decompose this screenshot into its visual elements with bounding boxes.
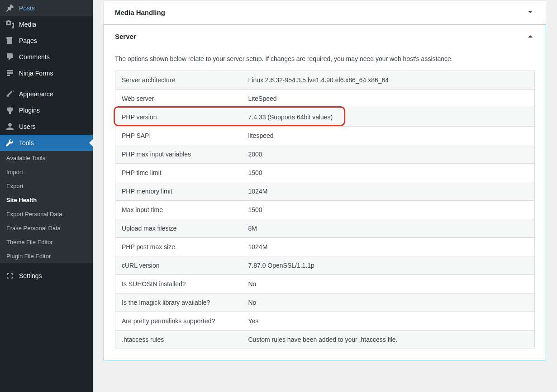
table-row: .htaccess rulesCustom rules have been ad… xyxy=(115,331,535,349)
info-value: 1024M xyxy=(242,238,535,256)
table-row: Is the Imagick library available?No xyxy=(115,293,535,312)
panel-title: Media Handling xyxy=(115,9,165,16)
info-value: Custom rules have been added to your .ht… xyxy=(242,331,535,349)
table-row: Is SUHOSIN installed?No xyxy=(115,275,535,293)
table-row: Max input time1500 xyxy=(115,201,535,219)
sidebar-item-settings[interactable]: Settings xyxy=(0,268,93,284)
pages-icon xyxy=(5,36,14,45)
table-row: PHP max input variables2000 xyxy=(115,145,535,164)
sidebar-item-pages[interactable]: Pages xyxy=(0,33,93,49)
sidebar-item-label: Pages xyxy=(19,37,37,44)
sidebar-item-comments[interactable]: Comments xyxy=(0,49,93,65)
sidebar-item-label: Settings xyxy=(19,272,42,279)
info-value: No xyxy=(242,293,535,312)
sidebar-item-appearance[interactable]: Appearance xyxy=(0,86,93,102)
info-label: Server architecture xyxy=(115,71,242,90)
form-icon xyxy=(5,69,14,78)
info-value: 1500 xyxy=(242,201,535,219)
tools-submenu: Available Tools Import Export Site Healt… xyxy=(0,151,93,263)
sidebar-item-tools[interactable]: Tools xyxy=(0,135,93,151)
admin-sidebar: Posts Media Pages Comments Ninja Forms xyxy=(0,0,93,392)
sidebar-item-label: Ninja Forms xyxy=(19,70,53,77)
info-label: PHP SAPI xyxy=(115,127,242,145)
sidebar-item-label: Comments xyxy=(19,53,50,61)
table-row: Server architectureLinux 2.6.32-954.3.5.… xyxy=(115,71,535,90)
info-label: Max input time xyxy=(115,201,242,219)
panel-header-server[interactable]: Server xyxy=(104,24,546,48)
table-row: Are pretty permalinks supported?Yes xyxy=(115,312,535,331)
sidebar-item-users[interactable]: Users xyxy=(0,118,93,135)
chevron-down-icon xyxy=(526,8,535,17)
sidebar-item-posts[interactable]: Posts xyxy=(0,0,93,16)
info-label: PHP post max size xyxy=(115,238,242,256)
table-row: Web serverLiteSpeed xyxy=(115,90,535,108)
info-value: Linux 2.6.32-954.3.5.lve1.4.90.el6.x86_6… xyxy=(242,71,535,90)
panel-description: The options shown below relate to your s… xyxy=(115,55,535,62)
info-label: cURL version xyxy=(115,256,242,275)
submenu-plugin-file-editor[interactable]: Plugin File Editor xyxy=(0,249,93,263)
info-value: LiteSpeed xyxy=(242,90,535,108)
info-label: Is the Imagick library available? xyxy=(115,293,242,312)
comment-icon xyxy=(5,52,14,61)
info-label: Are pretty permalinks supported? xyxy=(115,312,242,331)
info-label: PHP max input variables xyxy=(115,145,242,164)
sidebar-item-label: Users xyxy=(19,123,36,130)
menu-separator xyxy=(0,263,93,268)
server-info-table: Server architectureLinux 2.6.32-954.3.5.… xyxy=(115,71,535,349)
info-label: PHP time limit xyxy=(115,164,242,182)
info-value: 7.4.33 (Supports 64bit values) xyxy=(242,108,535,127)
info-value: Yes xyxy=(242,312,535,331)
table-row: Upload max filesize8M xyxy=(115,219,535,238)
info-value: 7.87.0 OpenSSL/1.1.1p xyxy=(242,256,535,275)
pin-icon xyxy=(5,4,14,13)
submenu-erase-personal-data[interactable]: Erase Personal Data xyxy=(0,221,93,235)
table-row: PHP time limit1500 xyxy=(115,164,535,182)
sidebar-item-ninja-forms[interactable]: Ninja Forms xyxy=(0,65,93,81)
sidebar-item-media[interactable]: Media xyxy=(0,16,93,33)
panel-header-media-handling[interactable]: Media Handling xyxy=(104,0,546,24)
sidebar-item-label: Plugins xyxy=(19,107,40,114)
info-value: 1500 xyxy=(242,164,535,182)
panel-body: The options shown below relate to your s… xyxy=(104,48,546,360)
info-label: PHP memory limit xyxy=(115,182,242,201)
sidebar-item-label: Appearance xyxy=(19,90,53,98)
plug-icon xyxy=(5,106,14,115)
table-row: PHP SAPIlitespeed xyxy=(115,127,535,145)
chevron-up-icon xyxy=(526,32,535,41)
info-value: 8M xyxy=(242,219,535,238)
brush-icon xyxy=(5,90,14,99)
panel-server: Server The options shown below relate to… xyxy=(104,24,546,360)
info-label: Web server xyxy=(115,90,242,108)
table-row: PHP memory limit1024M xyxy=(115,182,535,201)
submenu-import[interactable]: Import xyxy=(0,165,93,179)
info-label: .htaccess rules xyxy=(115,331,242,349)
media-icon xyxy=(5,20,14,29)
info-label: Upload max filesize xyxy=(115,219,242,238)
panel-media-handling: Media Handling xyxy=(104,0,546,24)
table-row: cURL version7.87.0 OpenSSL/1.1.1p xyxy=(115,256,535,275)
info-value: No xyxy=(242,275,535,293)
sidebar-item-label: Media xyxy=(19,21,36,28)
info-value: 2000 xyxy=(242,145,535,164)
user-icon xyxy=(5,122,14,131)
main-content: Media Handling Server The options shown … xyxy=(93,0,557,392)
submenu-available-tools[interactable]: Available Tools xyxy=(0,151,93,165)
submenu-site-health[interactable]: Site Health xyxy=(0,193,93,207)
table-row: PHP version7.4.33 (Supports 64bit values… xyxy=(115,108,535,127)
info-label: Is SUHOSIN installed? xyxy=(115,275,242,293)
panel-title: Server xyxy=(115,33,136,40)
info-value: litespeed xyxy=(242,127,535,145)
submenu-export[interactable]: Export xyxy=(0,179,93,193)
submenu-export-personal-data[interactable]: Export Personal Data xyxy=(0,207,93,221)
info-label: PHP version xyxy=(115,108,242,127)
sidebar-item-label: Posts xyxy=(19,5,35,12)
table-row: PHP post max size1024M xyxy=(115,238,535,256)
sidebar-item-plugins[interactable]: Plugins xyxy=(0,102,93,118)
settings-icon xyxy=(5,271,14,280)
submenu-theme-file-editor[interactable]: Theme File Editor xyxy=(0,235,93,249)
wrench-icon xyxy=(5,138,14,147)
info-value: 1024M xyxy=(242,182,535,201)
sidebar-item-label: Tools xyxy=(19,139,34,146)
menu-separator xyxy=(0,81,93,86)
